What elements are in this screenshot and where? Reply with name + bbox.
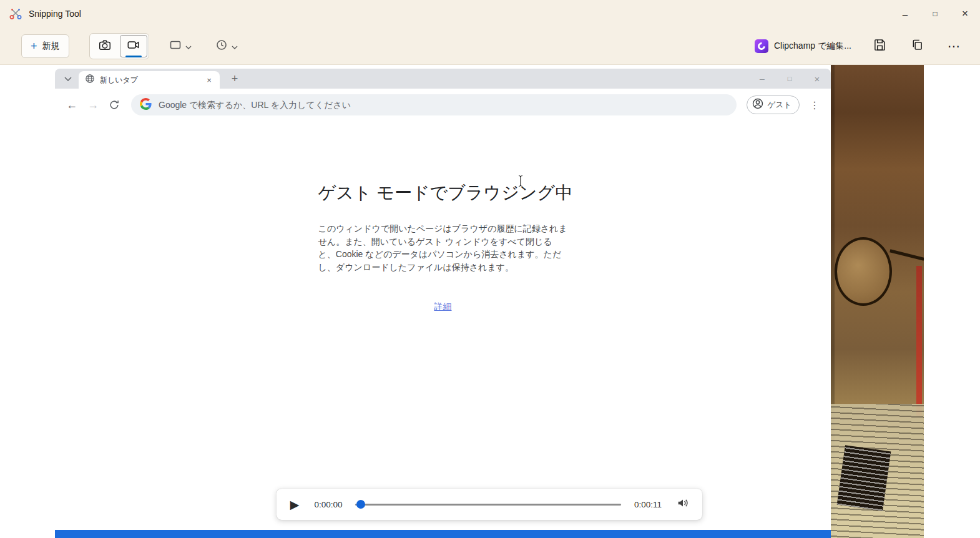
save-button[interactable] [870, 37, 889, 56]
app-title: Snipping Tool [29, 9, 81, 19]
capture-preview: 新しいタブ × + – □ × ← → [0, 65, 980, 538]
rectangle-shape-icon [169, 39, 182, 54]
maximize-icon: □ [933, 9, 937, 18]
details-link[interactable]: 詳細 [434, 301, 452, 311]
browser-tabstrip: 新しいタブ × + – □ × [55, 69, 831, 89]
selected-mode-indicator [125, 56, 142, 57]
tab-search-button[interactable] [60, 71, 76, 87]
window-controls: – □ × [890, 0, 980, 27]
back-button[interactable]: ← [62, 95, 81, 114]
newspaper-photo-decoration [837, 445, 891, 511]
chevron-down-icon [185, 41, 192, 52]
page-heading: ゲスト モードでブラウジング中 [318, 180, 568, 206]
eyeglasses-arm-decoration [889, 249, 924, 260]
current-time: 0:00:00 [313, 500, 344, 509]
guest-avatar-icon [752, 97, 764, 112]
close-button[interactable]: × [950, 0, 980, 27]
progress-bar[interactable] [355, 504, 621, 506]
minimize-icon: – [903, 9, 908, 19]
address-input[interactable] [159, 100, 728, 110]
text-cursor-icon [517, 175, 524, 190]
new-tab-button[interactable]: + [226, 70, 243, 87]
more-options-icon: ⋯ [948, 39, 961, 54]
plus-icon: + [31, 41, 37, 52]
red-strip-decoration [916, 266, 922, 416]
browser-maximize-button[interactable]: □ [776, 69, 803, 89]
save-icon [873, 38, 886, 54]
globe-icon [85, 74, 95, 86]
new-capture-label: 新規 [42, 41, 60, 52]
guest-content: ゲスト モードでブラウジング中 このウィンドウで開いたページはブラウザの履歴に記… [318, 121, 568, 313]
browser-minimize-button[interactable]: – [748, 69, 776, 89]
eyeglasses-decoration [835, 237, 892, 306]
toolbar-right-group: Clipchamp で編集... [755, 37, 964, 56]
address-bar[interactable] [131, 94, 737, 115]
player-progress-dot[interactable] [356, 500, 365, 509]
camera-icon [98, 38, 112, 54]
guest-profile-button[interactable]: ゲスト [747, 95, 800, 114]
page-body-text: このウィンドウで開いたページはブラウザの履歴に記録されません。また、開いているゲ… [318, 222, 568, 273]
browser-close-button[interactable]: × [803, 69, 831, 89]
browser-window-controls: – □ × [748, 69, 831, 89]
edit-in-clipchamp-button[interactable]: Clipchamp で編集... [755, 39, 851, 53]
recorded-browser-window: 新しいタブ × + – □ × ← → [55, 69, 831, 530]
total-duration: 0:00:11 [632, 500, 664, 509]
play-button[interactable]: ▶ [288, 499, 301, 511]
video-player-controls: ▶ 0:00:00 0:00:11 [277, 489, 702, 520]
more-options-button[interactable]: ⋯ [945, 37, 964, 56]
clipchamp-label: Clipchamp で編集... [774, 41, 851, 52]
desktop-background-image [831, 65, 924, 538]
snipping-toolbar: + 新規 [0, 27, 980, 65]
copy-icon [911, 38, 924, 54]
minimize-button[interactable]: – [890, 0, 920, 27]
browser-navbar: ← → [55, 89, 831, 121]
titlebar: Snipping Tool – □ × [0, 0, 980, 27]
snipping-tool-icon [9, 7, 22, 21]
forward-button[interactable]: → [84, 95, 102, 114]
clipchamp-logo-icon [755, 39, 768, 53]
maximize-button[interactable]: □ [920, 0, 950, 27]
close-icon: × [962, 7, 968, 20]
video-camera-icon [127, 38, 140, 54]
browser-menu-button[interactable]: ⋮ [806, 96, 823, 114]
snipping-tool-window: Snipping Tool – □ × + 新規 [0, 0, 980, 65]
guest-mode-page: ゲスト モードでブラウジング中 このウィンドウで開いたページはブラウザの履歴に記… [55, 121, 831, 530]
record-mode-button[interactable] [120, 35, 147, 57]
browser-tab-new-tab[interactable]: 新しいタブ × [79, 71, 220, 89]
tab-close-button[interactable]: × [203, 74, 215, 86]
chevron-down-icon [232, 41, 238, 52]
speaker-icon [676, 496, 690, 512]
reload-button[interactable] [105, 95, 124, 114]
guest-label: ゲスト [768, 100, 791, 110]
snapshot-mode-button[interactable] [91, 35, 119, 57]
tab-title: 新しいタブ [100, 75, 198, 86]
desktop-taskbar-strip [55, 530, 831, 538]
new-capture-button[interactable]: + 新規 [21, 34, 69, 58]
volume-button[interactable] [675, 496, 691, 512]
google-logo-icon [140, 98, 152, 112]
delay-dropdown[interactable] [212, 34, 242, 59]
clock-icon [215, 39, 228, 54]
capture-shape-dropdown[interactable] [165, 34, 195, 59]
copy-button[interactable] [908, 37, 926, 56]
capture-mode-group [89, 33, 149, 59]
